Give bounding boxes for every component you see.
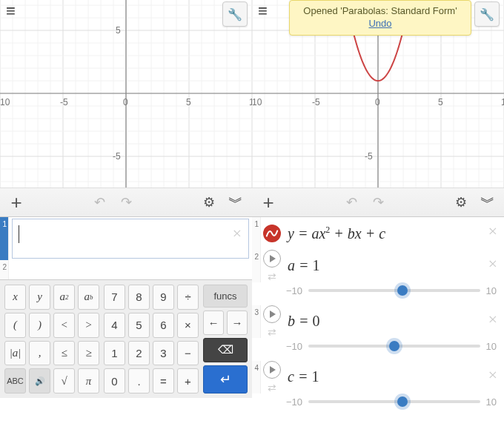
wrench-button[interactable]: 🔧 (474, 1, 500, 27)
key-x[interactable]: x (4, 285, 26, 310)
key-×[interactable]: × (177, 313, 199, 338)
redo-button[interactable]: ↷ (368, 192, 388, 213)
loop-icon[interactable]: ⇄ (268, 382, 276, 394)
key-|a|[interactable]: |a| (4, 341, 26, 366)
expression-row[interactable]: 2 (0, 260, 252, 279)
collapse-button[interactable]: ︾ (477, 192, 498, 213)
graph-pane-left[interactable]: -10-505105-5 ≡ 🔧 (0, 0, 252, 187)
undo-button[interactable]: ↶ (89, 192, 110, 213)
key-,[interactable]: , (29, 341, 50, 366)
key-a²[interactable]: a2 (53, 285, 75, 310)
key-8[interactable]: 8 (128, 285, 150, 310)
slider-thumb[interactable] (397, 285, 408, 296)
key-≤[interactable]: ≤ (53, 341, 75, 366)
key-π[interactable]: π (78, 368, 99, 394)
key-+[interactable]: + (177, 368, 199, 394)
slider[interactable]: −1010 (252, 394, 504, 416)
key-ABC[interactable]: ABC (4, 368, 26, 394)
slider-track[interactable] (308, 345, 480, 348)
key-2[interactable]: 2 (128, 341, 150, 366)
key-funcs[interactable]: funcs (203, 285, 248, 308)
expression-row[interactable]: 1y = ax2 + bx + c× (252, 217, 504, 250)
wrench-button[interactable]: 🔧 (222, 1, 248, 27)
expression-input[interactable]: × (12, 219, 249, 259)
key-🔊[interactable]: 🔊 (29, 368, 50, 394)
slider-min: −10 (286, 285, 302, 296)
close-icon[interactable]: × (231, 225, 242, 242)
key-=[interactable]: = (153, 368, 174, 394)
menu-icon[interactable]: ≡ (6, 3, 16, 19)
key-−[interactable]: − (177, 341, 199, 366)
svg-text:5: 5 (186, 97, 191, 107)
loop-icon[interactable]: ⇄ (268, 326, 276, 338)
key-6[interactable]: 6 (153, 313, 174, 338)
expression-text[interactable]: a = 1 × (283, 250, 504, 282)
slider-track[interactable] (308, 289, 480, 292)
expression-row[interactable]: 4⇄c = 1 × (252, 361, 504, 394)
key-9[interactable]: 9 (153, 285, 174, 310)
key-<[interactable]: < (53, 313, 75, 338)
slider[interactable]: −1010 (252, 282, 504, 305)
collapse-button[interactable]: ︾ (225, 192, 246, 213)
slider-max: 10 (486, 285, 497, 296)
play-button[interactable] (263, 250, 281, 268)
redo-button[interactable]: ↷ (116, 192, 136, 213)
slider[interactable]: −1010 (252, 338, 504, 361)
loop-icon[interactable]: ⇄ (268, 270, 276, 282)
expression-text[interactable]: b = 0 × (283, 305, 504, 338)
svg-text:-5: -5 (365, 151, 373, 162)
text-cursor (19, 225, 19, 243)
slider-thumb[interactable] (397, 396, 408, 407)
play-button[interactable] (263, 305, 281, 323)
undo-link[interactable]: Undo (296, 18, 465, 29)
key-√[interactable]: √ (53, 368, 75, 394)
key-.[interactable]: . (128, 368, 150, 394)
key-([interactable]: ( (4, 313, 26, 338)
key-0[interactable]: 0 (104, 368, 125, 394)
key-y[interactable]: y (29, 285, 50, 310)
close-icon[interactable]: × (487, 311, 498, 328)
key-→[interactable]: → (227, 311, 248, 335)
key-↵[interactable]: ↵ (203, 365, 248, 394)
keypad: xya2ab()<>|a|,≤≥ABC🔊√π 789÷456×123−0.=+ … (0, 279, 252, 398)
svg-text:5: 5 (438, 97, 443, 107)
expression-text[interactable]: y = ax2 + bx + c× (283, 217, 504, 250)
row-index: 4 (252, 361, 261, 394)
key->[interactable]: > (78, 313, 99, 338)
slider-thumb[interactable] (389, 341, 399, 351)
settings-button[interactable]: ⚙ (199, 192, 219, 213)
expression-text[interactable]: c = 1 × (283, 361, 504, 394)
key-aᵇ[interactable]: ab (78, 285, 99, 310)
add-expression-button[interactable]: + (6, 192, 27, 213)
svg-text:-5: -5 (113, 151, 121, 162)
key-)[interactable]: ) (29, 313, 50, 338)
expression-toolbar: + ↶ ↷ ⚙ ︾ (252, 187, 504, 217)
add-expression-button[interactable]: + (258, 192, 279, 213)
key-4[interactable]: 4 (104, 313, 125, 338)
key-≥[interactable]: ≥ (78, 341, 99, 366)
key-5[interactable]: 5 (128, 313, 150, 338)
svg-text:5: 5 (116, 25, 121, 36)
key-←[interactable]: ← (203, 311, 224, 335)
expression-row[interactable]: 2⇄a = 1 × (252, 250, 504, 282)
key-1[interactable]: 1 (104, 341, 125, 366)
expression-row[interactable]: 1 × (0, 217, 252, 260)
key-÷[interactable]: ÷ (177, 285, 199, 310)
slider-min: −10 (286, 396, 302, 408)
undo-button[interactable]: ↶ (341, 192, 362, 213)
close-icon[interactable]: × (487, 256, 498, 272)
settings-button[interactable]: ⚙ (451, 192, 471, 213)
slider-max: 10 (486, 396, 497, 408)
key-⌫[interactable]: ⌫ (203, 338, 248, 363)
slider-min: −10 (286, 341, 302, 352)
notification-toast: Opened 'Parabolas: Standard Form' Undo (289, 0, 471, 36)
close-icon[interactable]: × (487, 367, 498, 383)
play-button[interactable] (263, 361, 281, 379)
graph-pane-right[interactable]: -10-505105-5 ≡ 🔧 Opened 'Parabolas: Stan… (252, 0, 504, 187)
close-icon[interactable]: × (487, 223, 498, 239)
key-3[interactable]: 3 (153, 341, 174, 366)
menu-icon[interactable]: ≡ (258, 3, 268, 19)
key-7[interactable]: 7 (104, 285, 125, 310)
expression-row[interactable]: 3⇄b = 0 × (252, 305, 504, 338)
slider-track[interactable] (308, 400, 480, 403)
